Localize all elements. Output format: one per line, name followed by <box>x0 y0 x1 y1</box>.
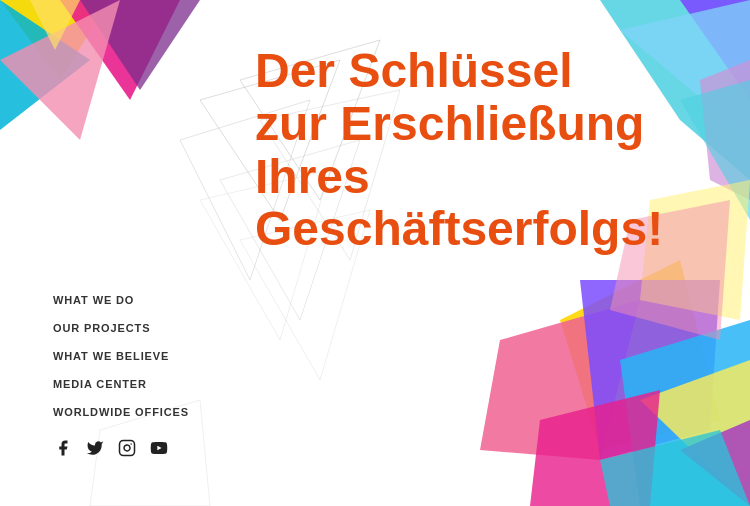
svg-rect-29 <box>120 441 135 456</box>
svg-marker-19 <box>620 320 750 506</box>
svg-marker-0 <box>0 0 110 80</box>
page-container: Der Schlüssel zur Erschließung Ihres Ges… <box>0 0 750 506</box>
sidebar-item-our-projects[interactable]: OUR PROJECTS <box>53 318 189 336</box>
youtube-icon[interactable] <box>149 438 169 458</box>
sidebar-item-worldwide-offices[interactable]: WORLDWIDE OFFICES <box>53 402 189 420</box>
svg-marker-20 <box>640 360 750 506</box>
svg-marker-2 <box>0 0 90 130</box>
svg-marker-17 <box>480 300 640 460</box>
svg-marker-16 <box>560 260 720 450</box>
sidebar: WHAT WE DO OUR PROJECTS WHAT WE BELIEVE … <box>53 290 189 458</box>
sidebar-item-what-we-do[interactable]: WHAT WE DO <box>53 290 189 308</box>
main-headline: Der Schlüssel zur Erschließung Ihres Ges… <box>255 45 645 256</box>
twitter-icon[interactable] <box>85 438 105 458</box>
svg-marker-25 <box>680 80 750 220</box>
headline-section: Der Schlüssel zur Erschließung Ihres Ges… <box>255 45 645 256</box>
sidebar-item-what-we-believe[interactable]: WHAT WE BELIEVE <box>53 346 189 364</box>
social-icons-group <box>53 438 189 458</box>
svg-marker-5 <box>30 0 80 50</box>
svg-marker-24 <box>700 60 750 200</box>
instagram-icon[interactable] <box>117 438 137 458</box>
sidebar-nav: WHAT WE DO OUR PROJECTS WHAT WE BELIEVE … <box>53 290 189 420</box>
svg-marker-3 <box>80 0 200 90</box>
sidebar-item-media-center[interactable]: MEDIA CENTER <box>53 374 189 392</box>
svg-marker-23 <box>600 430 750 506</box>
svg-marker-14 <box>680 0 750 100</box>
svg-marker-1 <box>60 0 180 100</box>
svg-marker-18 <box>580 280 720 460</box>
svg-marker-22 <box>680 420 750 506</box>
svg-marker-4 <box>0 0 120 140</box>
svg-marker-21 <box>530 390 660 506</box>
facebook-icon[interactable] <box>53 438 73 458</box>
